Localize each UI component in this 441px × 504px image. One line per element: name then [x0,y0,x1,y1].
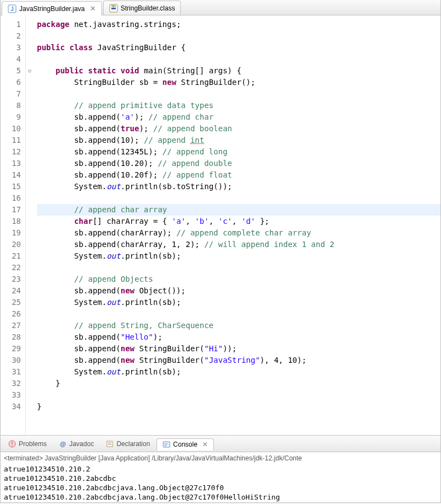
code-line[interactable]: sb.append(new Object()); [37,285,440,297]
code-line[interactable]: sb.append(10); // append int [37,135,440,146]
line-number: 14 [8,169,21,181]
editor-tab-active[interactable]: JJavaStringBuilder.java✕ [2,1,102,15]
line-number: 16 [8,192,21,204]
bottom-panel: !Problems@JavadocDeclarationConsole✕ <te… [0,436,441,503]
close-icon[interactable]: ✕ [90,4,96,13]
line-number: 5 [8,65,21,77]
line-number: 7 [8,88,21,100]
code-line[interactable]: sb.append('a'); // append char [37,111,440,123]
code-line[interactable]: sb.append(true); // append boolean [37,123,440,135]
line-number: 26 [8,308,21,320]
bottom-tab-problems[interactable]: !Problems [3,438,52,449]
code-line[interactable] [37,53,440,65]
code-line[interactable]: package net.javastring.strings; [37,19,440,30]
javadoc-icon: @ [59,440,67,448]
line-number: 31 [8,366,21,378]
line-number: 21 [8,250,21,262]
code-line[interactable]: System.out.println(sb); [37,297,440,308]
line-number: 24 [8,285,21,297]
bottom-tab-console[interactable]: Console✕ [157,438,214,451]
console-view[interactable]: <terminated> JavaStringBuilder [Java App… [1,452,440,502]
svg-text:101: 101 [111,4,116,8]
code-line[interactable] [37,30,440,42]
line-number: 29 [8,343,21,355]
code-line[interactable] [37,88,440,100]
line-number: 11 [8,135,21,146]
code-line[interactable]: sb.append(charArray); // append complete… [37,227,440,239]
line-number: 10 [8,123,21,135]
line-number: 28 [8,331,21,343]
code-line[interactable]: // append String, CharSequence [37,320,440,331]
code-line[interactable]: public static void main(String[] args) { [37,65,440,77]
code-area: 1234567891011121314151617181920212223242… [1,15,440,435]
code-line[interactable]: } [37,378,440,389]
code-line[interactable]: sb.append(new StringBuilder("Hi")); [37,343,440,355]
class-file-icon: 101 [109,4,118,13]
console-icon [163,441,170,448]
console-line: atrue101234510.210.2 [4,464,437,474]
fold-marker-strip: ⊖ [26,15,34,435]
code-editor[interactable]: package net.javastring.strings; public c… [34,15,440,435]
line-number: 23 [8,274,21,285]
code-line[interactable]: char[] charArray = { 'a', 'b', 'c', 'd' … [37,216,440,227]
line-number: 27 [8,320,21,331]
code-line[interactable]: StringBuilder sb = new StringBuilder(); [37,77,440,88]
svg-rect-8 [107,441,112,447]
line-number: 22 [8,262,21,274]
line-number: 2 [8,30,21,42]
java-file-icon: J [8,4,17,13]
code-line[interactable]: System.out.println(sb.toString()); [37,181,440,192]
code-line[interactable]: public class JavaStringBuilder { [37,42,440,53]
code-line[interactable] [37,192,440,204]
editor-tab-bar: JJavaStringBuilder.java✕101StringBuilder… [1,0,440,15]
problems-icon: ! [8,440,16,448]
line-number: 4 [8,53,21,65]
code-line[interactable]: } [37,401,440,412]
svg-text:@: @ [60,441,66,447]
line-number: 17 [8,204,21,216]
code-line[interactable]: sb.append("Hello"); [37,331,440,343]
code-line[interactable]: // append primitive data types [37,100,440,111]
console-line: atrue101234510.210.2abcdbcjava.lang.Obje… [4,492,437,502]
bottom-tab-javadoc[interactable]: @Javadoc [53,438,100,449]
code-line[interactable]: sb.append(charArray, 1, 2); // will appe… [37,239,440,250]
line-number: 19 [8,227,21,239]
console-line: atrue101234510.210.2abcdbcjava.lang.Obje… [4,483,437,492]
code-line[interactable]: System.out.println(sb); [37,250,440,262]
code-line[interactable]: // append char array [37,204,440,216]
line-number: 6 [8,77,21,88]
line-number: 25 [8,297,21,308]
console-status: <terminated> JavaStringBuilder [Java App… [4,454,437,463]
line-number: 30 [8,355,21,366]
tab-label: JavaStringBuilder.java [19,5,85,13]
bottom-tab-bar: !Problems@JavadocDeclarationConsole✕ [1,436,440,452]
line-number: 15 [8,181,21,192]
code-line[interactable]: // append Objects [37,274,440,285]
editor-tab[interactable]: 101StringBuilder.class [103,1,181,15]
close-icon[interactable]: ✕ [202,441,208,448]
code-line[interactable]: System.out.println(sb); [37,366,440,378]
code-line[interactable] [37,389,440,401]
bottom-tab-label: Javadoc [69,440,94,448]
line-number-gutter: 1234567891011121314151617181920212223242… [1,15,26,435]
code-line[interactable]: sb.append(12345L); // append long [37,146,440,158]
fold-toggle-icon[interactable]: ⊖ [28,65,32,77]
line-number: 1 [8,19,21,30]
code-line[interactable]: sb.append(10.20f); // append float [37,169,440,181]
svg-rect-3 [111,8,116,9]
code-line[interactable] [37,308,440,320]
line-number: 20 [8,239,21,250]
code-line[interactable] [37,262,440,274]
declaration-icon [106,440,114,448]
tab-label: StringBuilder.class [121,4,175,12]
bottom-tab-label: Console [173,441,197,448]
line-number: 34 [8,401,21,412]
code-line[interactable]: sb.append(new StringBuilder("JavaString"… [37,355,440,366]
svg-text:J: J [10,6,14,12]
line-number: 9 [8,111,21,123]
bottom-tab-declaration[interactable]: Declaration [100,438,155,449]
bottom-tab-label: Declaration [116,440,150,448]
bottom-tab-label: Problems [19,440,47,448]
code-line[interactable]: sb.append(10.20); // append double [37,158,440,169]
console-output: atrue101234510.210.2atrue101234510.210.2… [4,464,437,502]
